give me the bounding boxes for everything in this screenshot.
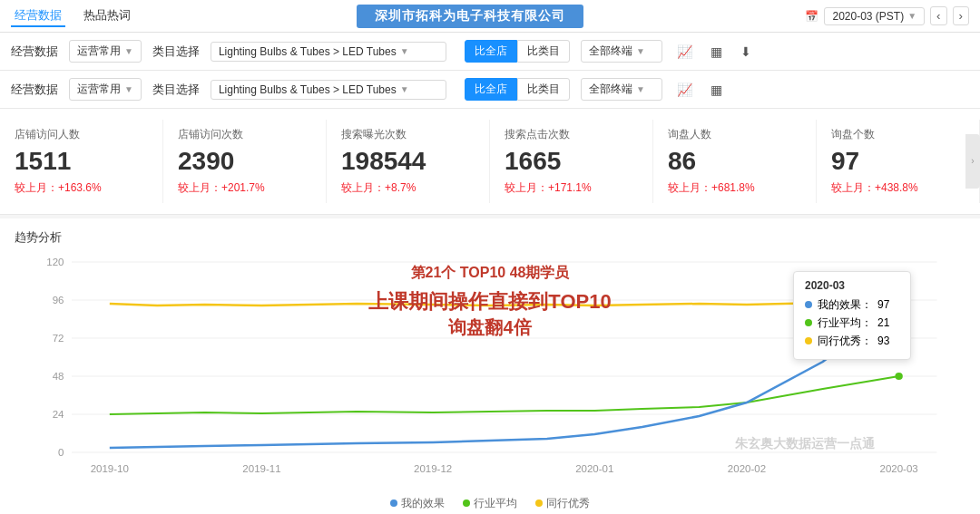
metric-inq-people-title: 询盘人数 [668,127,801,142]
tooltip-label-2: 同行优秀： [818,334,872,349]
svg-text:2019-12: 2019-12 [414,463,452,474]
svg-text:24: 24 [53,409,64,420]
category-select-2[interactable]: Lighting Bulbs & Tubes > LED Tubes ▼ [211,80,446,100]
chart-legend: 我的效果 行业平均 同行优秀 [15,496,965,511]
svg-text:2019-11: 2019-11 [242,463,280,474]
legend-mine: 我的效果 [390,496,445,511]
metric-visits-title: 店铺访问次数 [178,127,311,142]
compare-category-btn-2[interactable]: 比类目 [517,78,570,101]
tooltip-date: 2020-03 [805,279,899,292]
tooltip-dot-1 [805,319,812,326]
download-icon-1[interactable]: ⬇ [737,43,755,61]
tooltip-row-1: 行业平均： 21 [805,315,899,331]
terminal-select-2[interactable]: 全部终端 ▼ [581,78,662,101]
tooltip-row-2: 同行优秀： 93 [805,334,899,349]
svg-text:0: 0 [58,447,64,458]
tab-hotitems[interactable]: 热品热词 [80,5,134,27]
compare-all-btn-1[interactable]: 比全店 [465,40,517,63]
legend-label-mine: 我的效果 [401,496,445,511]
chevron-down-icon: ▼ [400,46,409,56]
svg-text:2020-01: 2020-01 [575,463,613,474]
chart-tooltip: 2020-03 我的效果： 97 行业平均： 21 同行优秀： 93 [793,271,911,360]
metric-inq-people-value: 86 [668,146,801,177]
filter-label-2: 经营数据 [11,82,58,98]
metric-inq-people-change: 较上月：+681.8% [668,180,801,196]
next-month-button[interactable]: › [953,6,969,25]
grid-chart-icon-2[interactable]: ▦ [707,81,726,99]
top-bar: 经营数据 热品热词 深圳市拓科为电子科技有限公司 📅 2020-03 (PST)… [0,0,980,33]
filter-row-2: 经营数据 运营常用 ▼ 类目选择 Lighting Bulbs & Tubes … [0,71,980,109]
date-value: 2020-03 (PST) [832,10,904,23]
legend-dot-peers [535,499,543,507]
metric-visitors-title: 店铺访问人数 [15,127,148,142]
metric-visitors: 店铺访问人数 1511 较上月：+163.6% [0,120,163,203]
legend-industry: 行业平均 [463,496,517,511]
top-tabs: 经营数据 热品热词 [11,5,134,27]
metric-clicks-value: 1665 [505,146,638,177]
terminal-value-1: 全部终端 [589,44,632,59]
svg-text:96: 96 [53,295,64,305]
compare-btn-group-1: 比全店 比类目 [465,40,570,63]
chevron-down-icon: ▼ [636,84,645,94]
tooltip-dot-2 [805,337,812,344]
compare-all-btn-2[interactable]: 比全店 [465,78,517,101]
chevron-down-icon: ▼ [907,11,916,21]
metric-visits-change: 较上月：+201.7% [178,180,311,196]
metric-clicks-title: 搜索点击次数 [505,127,638,142]
metric-inquiries-count: 询盘个数 97 较上月：+438.8% [817,120,980,203]
prev-month-button[interactable]: ‹ [930,6,946,25]
terminal-value-2: 全部终端 [589,82,632,97]
operation-select-1[interactable]: 运营常用 ▼ [69,40,142,63]
category-value-1: Lighting Bulbs & Tubes > LED Tubes [219,45,397,58]
metric-inq-count-value: 97 [831,146,965,177]
svg-text:2019-10: 2019-10 [91,463,129,474]
chart-section: 趋势分析 第21个 TOP10 48期学员 上课期间操作直接到TOP10 询盘翻… [0,218,980,514]
svg-text:120: 120 [46,257,64,267]
line-chart-icon-1[interactable]: 📈 [673,43,696,61]
tab-jingying[interactable]: 经营数据 [11,5,65,27]
legend-peers: 同行优秀 [535,496,590,511]
operation-select-2[interactable]: 运营常用 ▼ [69,78,142,101]
category-label-2: 类目选择 [152,82,200,98]
overlay-text: 第21个 TOP10 48期学员 上课期间操作直接到TOP10 询盘翻4倍 [368,264,611,340]
svg-text:72: 72 [53,333,64,344]
operation-value-2: 运营常用 [77,82,121,97]
category-select-1[interactable]: Lighting Bulbs & Tubes > LED Tubes ▼ [211,42,446,62]
metric-inq-count-title: 询盘个数 [831,127,965,142]
metric-clicks-change: 较上月：+171.1% [505,180,638,196]
tooltip-label-1: 行业平均： [818,315,872,331]
metric-impressions: 搜索曝光次数 198544 较上月：+8.7% [327,120,490,203]
category-label-1: 类目选择 [152,44,200,60]
watermark: 朱玄奥大数据运营一点通 [735,436,875,452]
more-metrics-button[interactable]: › [965,134,980,189]
date-area: 📅 2020-03 (PST) ▼ ‹ › [805,6,969,25]
tooltip-dot-0 [805,301,812,308]
date-selector[interactable]: 2020-03 (PST) ▼ [824,7,925,25]
tooltip-value-1: 21 [877,316,889,329]
category-value-2: Lighting Bulbs & Tubes > LED Tubes [219,83,397,96]
calendar-icon: 📅 [805,10,818,23]
metric-visitors-change: 较上月：+163.6% [15,180,148,196]
metric-impressions-change: 较上月：+8.7% [341,180,475,196]
bar-chart-icon-1[interactable]: ▦ [707,43,726,61]
filter-label-1: 经营数据 [11,44,58,60]
overlay-top-label: 第21个 TOP10 48期学员 [368,264,611,283]
line-chart-icon-2[interactable]: 📈 [673,81,696,99]
tooltip-value-2: 93 [877,335,889,347]
metrics-row: 店铺访问人数 1511 较上月：+163.6% 店铺访问次数 2390 较上月：… [0,109,980,215]
legend-dot-mine [390,499,397,507]
metric-inq-count-change: 较上月：+438.8% [831,180,965,196]
compare-category-btn-1[interactable]: 比类目 [517,40,570,63]
chevron-down-icon: ▼ [124,84,133,94]
metric-clicks: 搜索点击次数 1665 较上月：+171.1% [490,120,653,203]
metric-visits-value: 2390 [178,146,311,177]
tooltip-value-0: 97 [877,298,889,311]
metric-impressions-value: 198544 [341,146,475,177]
terminal-select-1[interactable]: 全部终端 ▼ [581,40,662,63]
chevron-down-icon: ▼ [124,46,133,56]
overlay-line2: 询盘翻4倍 [368,315,611,340]
metric-visitors-value: 1511 [15,146,148,177]
svg-point-20 [895,373,902,380]
svg-text:2020-02: 2020-02 [728,463,766,474]
compare-btn-group-2: 比全店 比类目 [465,78,570,101]
